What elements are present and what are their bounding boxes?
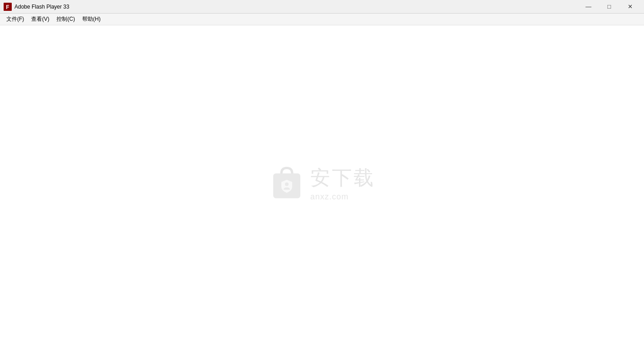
menu-bar: 文件(F) 查看(V) 控制(C) 帮助(H): [0, 14, 644, 25]
maximize-button[interactable]: □: [599, 0, 620, 14]
title-bar: F Adobe Flash Player 33 — □ ✕: [0, 0, 644, 14]
svg-text:F: F: [6, 4, 9, 10]
watermark: 安下载 anxz.com: [269, 164, 375, 202]
menu-help[interactable]: 帮助(H): [79, 14, 104, 24]
menu-control[interactable]: 控制(C): [53, 14, 79, 24]
title-bar-left: F Adobe Flash Player 33: [4, 3, 69, 11]
watermark-text-block: 安下载 anxz.com: [310, 164, 375, 201]
title-bar-controls: — □ ✕: [578, 0, 640, 14]
adobe-flash-icon: F: [4, 3, 12, 11]
main-content: 安下载 anxz.com: [0, 25, 644, 340]
menu-view[interactable]: 查看(V): [28, 14, 53, 24]
menu-file[interactable]: 文件(F): [3, 14, 28, 24]
watermark-chinese-text: 安下载: [310, 164, 375, 191]
minimize-button[interactable]: —: [578, 0, 599, 14]
close-button[interactable]: ✕: [620, 0, 640, 14]
window-title: Adobe Flash Player 33: [14, 4, 69, 10]
watermark-url-text: anxz.com: [310, 192, 375, 201]
watermark-bag-icon: [269, 164, 305, 202]
